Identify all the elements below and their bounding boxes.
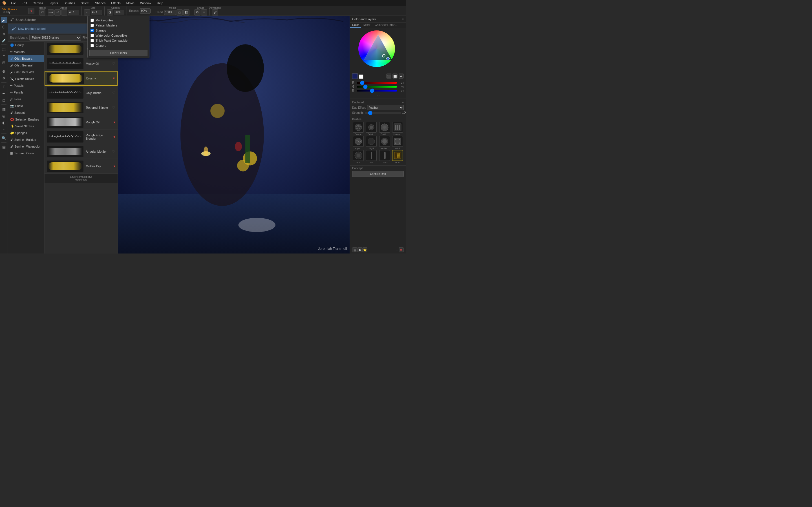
heart-rough-oil[interactable]: ♥ bbox=[113, 120, 115, 124]
tab-color[interactable]: Color bbox=[350, 22, 361, 28]
stroke-style-btn[interactable]: ⟿ bbox=[48, 9, 54, 15]
dodge-btn[interactable]: ◐ bbox=[1, 119, 7, 126]
category-markers[interactable]: ✏ Markers bbox=[8, 48, 44, 55]
color-tool-2[interactable]: ⬜ bbox=[393, 73, 398, 78]
menu-help[interactable]: Help bbox=[156, 1, 164, 5]
brush-item-mottler-dry[interactable]: Mottler Dry ♥ bbox=[45, 159, 117, 173]
bristle-impre[interactable]: Impre... bbox=[352, 136, 364, 150]
category-selection-brushes[interactable]: ⭕ Selection Brushes bbox=[8, 116, 44, 123]
bristle-light[interactable]: Light bbox=[365, 136, 377, 150]
panel-more-btn[interactable]: ··· bbox=[396, 248, 399, 251]
heart-mottler[interactable]: ♥ bbox=[113, 164, 115, 168]
panel-layers-btn[interactable]: ▤ bbox=[352, 247, 357, 252]
menu-brushes[interactable]: Brushes bbox=[63, 1, 76, 5]
gradient-tool-btn[interactable]: ▦ bbox=[1, 106, 7, 112]
watercolor-checkbox[interactable] bbox=[91, 34, 94, 37]
strength-slider[interactable] bbox=[365, 112, 401, 114]
more-dots[interactable]: ··· bbox=[376, 93, 380, 98]
dab-effect-select[interactable]: Feather None Soft bbox=[367, 105, 404, 110]
category-smart-strokes[interactable]: ✨ Smart Strokes bbox=[8, 123, 44, 129]
panel-history-btn[interactable]: ⏺ bbox=[357, 247, 362, 252]
canvas-area[interactable]: Jeremiah Trammell bbox=[118, 16, 350, 253]
opacity-icon-btn[interactable]: ◑ bbox=[107, 9, 113, 15]
swap-colors-btn[interactable]: ⇄ bbox=[399, 73, 404, 78]
heart-rough-edge[interactable]: ♥ bbox=[113, 135, 115, 139]
heart-messy-oil[interactable]: ♡ bbox=[112, 62, 115, 66]
brush-item-chip-bristle[interactable]: Chip Bristle ♡ bbox=[45, 86, 117, 100]
filter-watercolor[interactable]: Watercolor Compatible bbox=[89, 33, 147, 38]
selection-tool-btn[interactable]: ⬚ bbox=[1, 46, 7, 52]
menu-window[interactable]: Window bbox=[139, 1, 152, 5]
lasso-tool-btn[interactable]: ⌖ bbox=[1, 53, 7, 59]
category-photo[interactable]: 📷 Photo bbox=[8, 103, 44, 109]
crop-tool-btn[interactable]: ⊞ bbox=[1, 59, 7, 66]
clear-filters-btn[interactable]: Clear Filters bbox=[89, 50, 147, 56]
eyedropper-btn[interactable]: 💉 bbox=[1, 37, 7, 43]
paint-bucket-btn[interactable]: ◈ bbox=[1, 31, 7, 37]
category-pastels[interactable]: ✒ Pastels bbox=[8, 82, 44, 89]
bristle-notch[interactable]: Notch bbox=[391, 136, 404, 150]
filter-thick-paint[interactable]: Thick Paint Compatible bbox=[89, 38, 147, 43]
color-tool-1[interactable]: ⬛ bbox=[386, 73, 391, 78]
thick-paint-checkbox[interactable] bbox=[91, 39, 94, 42]
menu-file[interactable]: File bbox=[10, 1, 17, 5]
opacity-value-input[interactable] bbox=[114, 10, 124, 15]
stroke-arc-btn[interactable]: ⌒ bbox=[61, 9, 67, 15]
shape-btn1[interactable]: ⚙ bbox=[194, 9, 200, 15]
category-sargent[interactable]: 🖌 Sargent bbox=[8, 109, 44, 116]
magnify-btn[interactable]: 🔍 bbox=[1, 135, 7, 141]
brush-item-messy-oil[interactable]: Messy Oil ♡ bbox=[45, 56, 117, 71]
favorites-checkbox[interactable] bbox=[91, 18, 94, 22]
heart-textured[interactable]: ♡ bbox=[112, 106, 115, 110]
category-sumi-buildup[interactable]: 🖌 Sumi-e : Buildup bbox=[8, 136, 44, 143]
bleed-value-input[interactable] bbox=[164, 10, 176, 15]
bristle-feather[interactable]: Feath... bbox=[378, 122, 391, 135]
bristle-detail[interactable]: Detail... bbox=[365, 122, 377, 135]
menu-layers[interactable]: Layers bbox=[48, 1, 59, 5]
brush-item-angular-mottler[interactable]: Angular Mottler ♡ bbox=[45, 144, 117, 159]
category-sponges[interactable]: 🧽 Sponges bbox=[8, 129, 44, 136]
category-pencils[interactable]: ✏ Pencils bbox=[8, 89, 44, 96]
bristle-heavy[interactable]: Heavy... bbox=[391, 122, 404, 135]
brush-item-rough-oil[interactable]: Rough Oil ♥ bbox=[45, 115, 117, 129]
category-sumi-watercolor[interactable]: 🖌 Sumi-e : Watercolor bbox=[8, 143, 44, 150]
advanced-btn[interactable]: 🖌 bbox=[212, 9, 218, 15]
heart-angular[interactable]: ♡ bbox=[112, 150, 115, 154]
menu-select[interactable]: Select bbox=[80, 1, 91, 5]
bristle-coarse[interactable]: Coarse bbox=[352, 122, 364, 135]
capture-dab-btn[interactable]: Capture Dab bbox=[352, 171, 404, 177]
size-circle-btn[interactable]: ○ bbox=[84, 9, 90, 15]
bristle-soft[interactable]: Soft bbox=[352, 150, 364, 164]
bristle-medium[interactable]: Mediu... bbox=[378, 136, 391, 150]
filter-stamps[interactable]: Stamps bbox=[89, 28, 147, 33]
category-oils-real-wet[interactable]: 🖌 Oils : Real Wet bbox=[8, 69, 44, 75]
stamps-checkbox[interactable] bbox=[91, 29, 94, 32]
library-select[interactable]: Painter 2022 Brushes bbox=[29, 35, 81, 41]
tab-color-set[interactable]: Color Set Librari... bbox=[372, 22, 400, 28]
move-btn[interactable]: ✥ bbox=[1, 75, 7, 81]
painter-masters-checkbox[interactable] bbox=[91, 24, 94, 27]
media-btn2[interactable]: ◧ bbox=[183, 9, 190, 15]
text-tool-btn[interactable]: T bbox=[1, 83, 7, 90]
bristle-thin1[interactable]: Thin 1 bbox=[365, 150, 377, 164]
reseat-value-input[interactable] bbox=[140, 8, 151, 13]
menu-movie[interactable]: Movie bbox=[125, 1, 136, 5]
color-wheel-container[interactable] bbox=[358, 31, 398, 70]
heart-chip[interactable]: ♡ bbox=[112, 91, 115, 95]
brush-item-brushy[interactable]: Brushy ♥ bbox=[45, 71, 117, 86]
bristle-thin2[interactable]: Thin 2 bbox=[378, 150, 391, 164]
filter-my-favorites[interactable]: My Favorites bbox=[89, 18, 147, 23]
brush-item-textured-stipple[interactable]: Textured Stipple ♡ bbox=[45, 100, 117, 115]
stroke-reset-btn[interactable]: ↩ bbox=[54, 9, 61, 15]
reset-stroke-btn[interactable]: ↺ bbox=[39, 9, 45, 15]
shape-btn2[interactable]: ✦ bbox=[201, 9, 207, 15]
transform-btn[interactable]: ⊕ bbox=[1, 68, 7, 74]
shape-tool-btn[interactable]: □ bbox=[1, 97, 7, 103]
category-oils-bravura[interactable]: 🖌 Oils : Bravura bbox=[8, 55, 44, 62]
tab-mixer[interactable]: Mixer bbox=[361, 22, 372, 28]
category-pens[interactable]: 🖊 Pens bbox=[8, 96, 44, 103]
primary-color-swatch[interactable] bbox=[352, 73, 358, 79]
category-texture-cover[interactable]: ▦ Texture : Cover bbox=[8, 150, 44, 157]
brush-item-rough-edge-blender[interactable]: Rough Edge Blender ♥ bbox=[45, 129, 117, 144]
panel-actions-btn[interactable]: ⭐ bbox=[362, 247, 367, 252]
